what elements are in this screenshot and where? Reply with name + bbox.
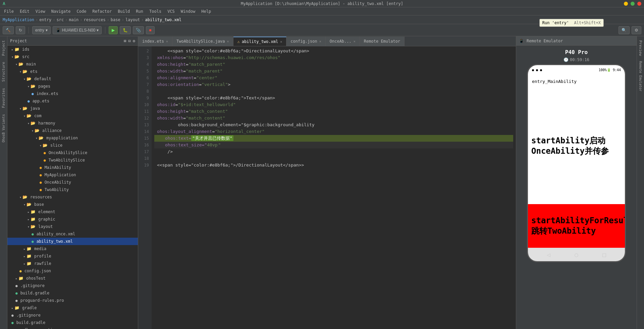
tree-node-profile[interactable]: ▸📁profile [7, 252, 138, 260]
tree-node-onceabilityslice[interactable]: ●OnceAbilitySlice [7, 149, 138, 156]
breadcrumb-src[interactable]: src [57, 17, 64, 22]
run-button[interactable]: ▶ [109, 26, 118, 34]
tab-onceab[interactable]: OnceAb... × [326, 37, 360, 46]
code-line[interactable]: ohos:orientation="vertical"> [154, 81, 513, 88]
tree-node-element[interactable]: ▸📁element [7, 208, 138, 216]
code-line[interactable]: ohos:id="$+id:text_helloworld" [154, 101, 513, 108]
stop-button[interactable]: ■ [146, 26, 154, 34]
attach-button[interactable]: 📎 [133, 26, 144, 34]
tree-node-gradle_top[interactable]: ▸📁gradle [7, 304, 138, 312]
tree-node-config_json[interactable]: ●config.json [7, 267, 138, 275]
tree-node-default[interactable]: ▾📂default [7, 75, 138, 83]
tree-node-resources[interactable]: ▾📂resources [7, 193, 138, 201]
tree-node-mainability[interactable]: ●MainAbility [7, 164, 138, 171]
menu-run[interactable]: Run [133, 8, 146, 14]
menu-navigate[interactable]: Navigate [49, 8, 73, 14]
tree-node-pages[interactable]: ▾📂pages [7, 83, 138, 90]
code-content[interactable]: <<span style="color:#e8bf6a;">Directiona… [152, 46, 516, 329]
menu-tools[interactable]: Tools [147, 8, 164, 14]
debug-button[interactable]: 🐛 [120, 26, 131, 34]
tree-node-layout[interactable]: ▾📂layout [7, 223, 138, 230]
menu-help[interactable]: Help [199, 8, 214, 14]
menu-refactor[interactable]: Refactor [90, 8, 114, 14]
tree-node-twoability[interactable]: ●TwoAbility [7, 186, 138, 193]
tab-index-ets[interactable]: index.ets × [138, 37, 172, 46]
tree-node-java[interactable]: ▾📂java [7, 105, 138, 112]
tab-ability-two-xml[interactable]: ⚠ ability_two.xml × [233, 37, 287, 46]
maximize-button[interactable] [631, 2, 635, 6]
menu-edit[interactable]: Edit [17, 8, 32, 14]
code-line[interactable]: ohos:background_element="$graphic:backgr… [154, 122, 513, 128]
code-line[interactable]: ohos:alignment="center" [154, 75, 513, 81]
breadcrumb-main[interactable]: main [69, 17, 78, 22]
menu-file[interactable]: File [1, 8, 16, 14]
sync-button[interactable]: ↻ [16, 26, 25, 34]
code-line[interactable]: <<span style="color:#e8bf6a;">Directiona… [154, 48, 513, 54]
left-tab-project[interactable]: Project [0, 38, 7, 58]
left-tab-ohosbuild[interactable]: OhosB Variants [1, 111, 6, 145]
tree-node-gitignore_top[interactable]: ●.gitignore [7, 312, 138, 319]
tree-node-proguard[interactable]: ●proguard-rules.pro [7, 297, 138, 304]
tab-twoabilityslice[interactable]: TwoAbilitySlice.java × [172, 37, 233, 46]
breadcrumb-app[interactable]: MyApplication [3, 17, 34, 22]
tree-node-myapplication[interactable]: ▾📂myapplication [7, 134, 138, 142]
code-line[interactable]: <<span style="color:#e8bf6a;">Text</span… [154, 95, 513, 101]
tree-node-ability_two[interactable]: ●ability_two.xml [7, 238, 138, 245]
tree-node-index_ets[interactable]: ●index.ets [7, 90, 138, 97]
tree-node-gradle_props[interactable]: ●gradle.properties [7, 326, 138, 329]
code-line[interactable]: ohos:height="match_content" [154, 108, 513, 115]
tree-node-graphic[interactable]: ▸📁graphic [7, 216, 138, 223]
tab-close-two[interactable]: × [227, 40, 229, 43]
code-line[interactable]: xmlns:ohos="http://schemas.huawei.com/re… [154, 54, 513, 61]
right-tab-preview[interactable]: Preview [637, 38, 644, 58]
menu-vcs[interactable]: VCS [165, 8, 177, 14]
sidebar-expand-icon[interactable]: ⊞ [124, 39, 126, 43]
right-tab-remote[interactable]: Remote Emulator [638, 58, 643, 94]
code-line[interactable]: ohos:text="关才并且已传数据" [154, 135, 513, 142]
tree-node-ids[interactable]: ▸📁ids [7, 46, 138, 53]
code-line[interactable]: <<span style="color:#e8bf6a;">/Direction… [154, 162, 513, 169]
device-dropdown[interactable]: 📱 HUAWEI ELS-N00 ▾ [53, 26, 102, 34]
tree-node-alliance[interactable]: ▾📂alliance [7, 127, 138, 134]
tree-node-rawfile[interactable]: ▸📁rawfile [7, 260, 138, 267]
tree-node-build_gradle_inner[interactable]: ●build.gradle [7, 289, 138, 297]
left-tab-favorites[interactable]: Favorites [0, 85, 7, 111]
window-controls[interactable] [624, 2, 641, 6]
breadcrumb-base[interactable]: base [111, 17, 120, 22]
minimize-button[interactable] [624, 2, 628, 6]
tree-node-media[interactable]: ▸📁media [7, 245, 138, 252]
tree-node-base[interactable]: ▾📂base [7, 201, 138, 208]
search-everywhere-button[interactable]: 🔍 [619, 26, 630, 34]
menu-view[interactable]: View [33, 8, 48, 14]
tab-close-config[interactable]: × [319, 40, 321, 43]
tab-close-ability-two[interactable]: × [280, 40, 282, 44]
code-line[interactable] [154, 88, 513, 95]
tree-node-ets[interactable]: ▾📂ets [7, 68, 138, 75]
tab-remote-emulator[interactable]: Remote Emulator [360, 37, 405, 46]
tree-node-myapplication_cls[interactable]: ●MyApplication [7, 171, 138, 179]
nav-back-button[interactable]: ◁ [547, 251, 550, 258]
tree-node-harmony[interactable]: ▾📂harmony [7, 120, 138, 127]
tree-node-ohostest[interactable]: ▸📁ohosTest [7, 275, 138, 282]
code-line[interactable]: ohos:text_size="40vp" [154, 142, 513, 148]
menu-build[interactable]: Build [115, 8, 132, 14]
nav-home-button[interactable]: ○ [575, 251, 578, 258]
sidebar-collapse-icon[interactable]: ⊟ [128, 39, 131, 43]
tree-node-ability_once[interactable]: ●ability_once.xml [7, 230, 138, 238]
breadcrumb-resources[interactable]: resources [84, 17, 106, 22]
tree-node-main[interactable]: ▾📂main [7, 60, 138, 68]
tree-node-build_gradle_top[interactable]: ●build.gradle [7, 319, 138, 326]
menu-window[interactable]: Window [178, 8, 198, 14]
menu-code[interactable]: Code [74, 8, 89, 14]
tab-close-onceab[interactable]: × [354, 40, 356, 43]
tree-node-slice[interactable]: ▾📂slice [7, 142, 138, 149]
tree-node-gitignore_inner[interactable]: ●.gitignore [7, 282, 138, 289]
code-line[interactable]: ohos:height="match_parent" [154, 61, 513, 68]
settings-button[interactable]: ⚙ [632, 26, 641, 34]
code-line[interactable]: /> [154, 148, 513, 155]
code-line[interactable] [154, 155, 513, 162]
tree-node-twoabilityslice[interactable]: ●TwoAbilitySlice [7, 156, 138, 164]
tab-close-index-ets[interactable]: × [166, 40, 168, 43]
tree-node-onceability[interactable]: ●OnceAbility [7, 179, 138, 186]
breadcrumb-entry[interactable]: entry [39, 17, 51, 22]
